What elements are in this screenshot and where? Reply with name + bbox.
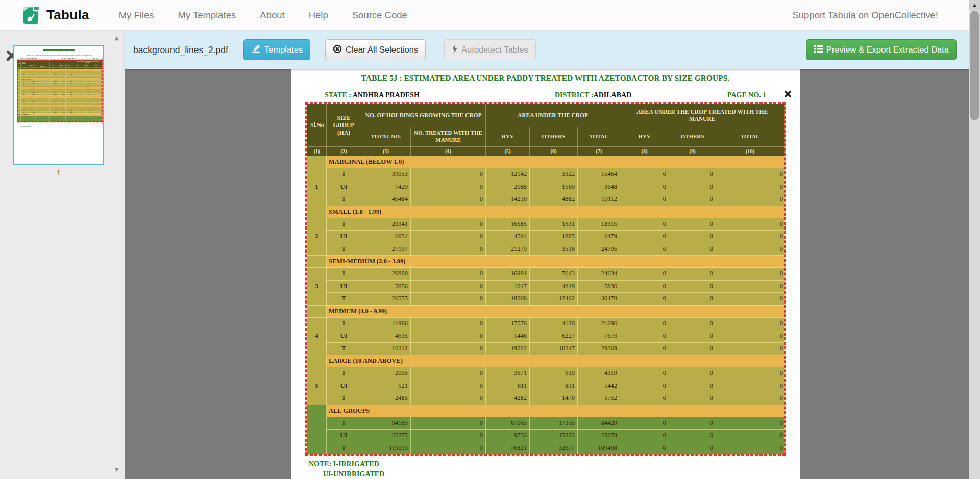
sidebar-scroll-up-icon[interactable]: ▲ xyxy=(115,35,119,41)
thumbnail-page-number: 1 xyxy=(13,168,104,177)
nav-item-help[interactable]: Help xyxy=(309,10,328,21)
preview-export-button[interactable]: Preview & Export Extracted Data xyxy=(806,39,957,60)
page-no-line: PAGE NO. 1 xyxy=(727,91,766,99)
pages-sidebar: TABLE 5J : ESTIMATED AREA UNDER PADDY TR… xyxy=(0,31,125,479)
clear-all-selections-button[interactable]: Clear All Selections xyxy=(325,39,426,60)
top-nav: Tabula My Files My Templates About Help … xyxy=(0,0,980,31)
table-list-icon xyxy=(814,45,823,55)
document-note: NOTE: I-IRRIGATED UI-UNIRRIGATED xyxy=(309,459,384,479)
document-title: TABLE 5J : ESTIMATED AREA UNDER PADDY TR… xyxy=(291,73,800,83)
scrollbar-thumb[interactable] xyxy=(970,11,979,120)
document-filename: background_lines_2.pdf xyxy=(133,44,228,55)
nav-menu: My Files My Templates About Help Source … xyxy=(119,10,407,21)
nav-item-my-files[interactable]: My Files xyxy=(119,10,154,21)
nav-item-my-templates[interactable]: My Templates xyxy=(178,10,236,21)
pdf-viewer: TABLE 5J : ESTIMATED AREA UNDER PADDY TR… xyxy=(125,69,980,479)
sidebar-scroll-down-icon[interactable]: ▼ xyxy=(115,466,119,473)
page-thumbnail[interactable]: TABLE 5J : ESTIMATED AREA UNDER PADDY TR… xyxy=(13,45,104,165)
scrollbar-up-icon[interactable]: ▲ xyxy=(969,0,980,10)
pdf-page: TABLE 5J : ESTIMATED AREA UNDER PADDY TR… xyxy=(14,54,103,164)
tabula-brand[interactable]: Tabula xyxy=(22,3,89,28)
support-link[interactable]: Support Tabula on OpenCollective! xyxy=(792,10,980,21)
selection-close-icon[interactable] xyxy=(784,90,792,100)
window-scrollbar[interactable]: ▲ xyxy=(969,0,980,479)
state-line: STATE : ANDHRA PRADESH xyxy=(325,91,420,99)
main-panel: background_lines_2.pdf Templates xyxy=(125,31,980,479)
pdf-page: TABLE 5J : ESTIMATED AREA UNDER PADDY TR… xyxy=(291,69,800,479)
brand-name: Tabula xyxy=(46,7,89,23)
tabula-logo-icon xyxy=(22,3,42,28)
lightning-icon xyxy=(452,44,458,56)
autodetect-tables-button[interactable]: Autodetect Tables xyxy=(444,39,536,60)
save-template-icon xyxy=(251,44,261,56)
circle-x-icon xyxy=(333,44,342,56)
page-thumbnail-preview: TABLE 5J : ESTIMATED AREA UNDER PADDY TR… xyxy=(14,46,103,164)
nav-item-about[interactable]: About xyxy=(260,10,284,21)
district-line: DISTRICT :ADILABAD xyxy=(555,91,631,99)
nav-item-source-code[interactable]: Source Code xyxy=(352,10,407,21)
content-area: TABLE 5J : ESTIMATED AREA UNDER PADDY TR… xyxy=(0,31,980,479)
selection-region[interactable] xyxy=(305,102,786,456)
templates-button[interactable]: Templates xyxy=(243,39,310,60)
toolbar: background_lines_2.pdf Templates xyxy=(125,31,980,69)
